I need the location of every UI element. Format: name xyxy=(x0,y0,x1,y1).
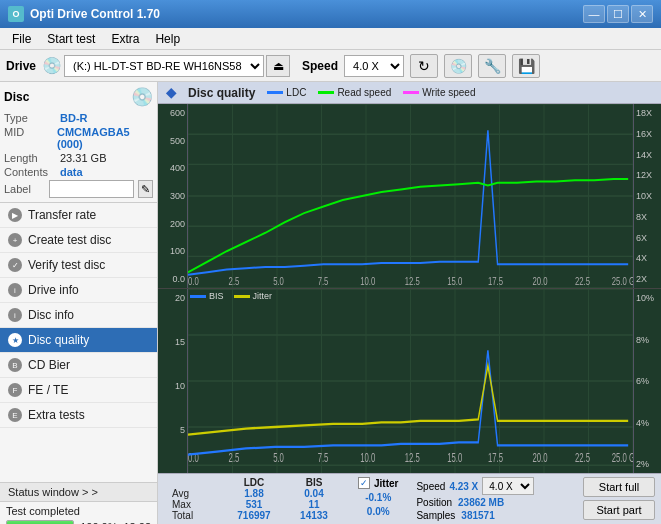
nav-label-fe-te: FE / TE xyxy=(28,383,68,397)
eject-button[interactable]: ⏏ xyxy=(266,55,290,77)
jitter-section: ✓ Jitter -0.1% 0.0% xyxy=(352,477,398,517)
window-controls: — ☐ ✕ xyxy=(583,5,653,23)
speed-row: Speed 4.23 X 4.0 X xyxy=(416,477,534,495)
legend-read-speed-label: Read speed xyxy=(337,87,391,98)
status-bar: Status window > > Test completed 100.0% … xyxy=(0,482,157,524)
nav-label-cd-bier: CD Bier xyxy=(28,358,70,372)
close-button[interactable]: ✕ xyxy=(631,5,653,23)
menu-start-test[interactable]: Start test xyxy=(39,30,103,48)
max-bis: 11 xyxy=(284,499,344,510)
start-full-button[interactable]: Start full xyxy=(583,477,655,497)
sidebar-item-cd-bier[interactable]: B CD Bier xyxy=(0,353,157,378)
settings-button[interactable]: 🔧 xyxy=(478,54,506,78)
sidebar-item-fe-te[interactable]: F FE / TE xyxy=(0,378,157,403)
position-label: Position xyxy=(416,497,452,508)
bis-legend-dot xyxy=(190,295,206,298)
svg-text:17.5: 17.5 xyxy=(488,452,503,465)
svg-text:12.5: 12.5 xyxy=(405,452,420,465)
nav-icon-verify-test-disc: ✓ xyxy=(8,258,22,272)
nav-label-extra-tests: Extra tests xyxy=(28,408,85,422)
sidebar-nav: ▶ Transfer rate + Create test disc ✓ Ver… xyxy=(0,203,157,482)
speed-label: Speed xyxy=(302,59,338,73)
svg-text:20.0: 20.0 xyxy=(532,276,547,287)
max-ldc: 531 xyxy=(224,499,284,510)
disc-quality-title: Disc quality xyxy=(188,86,255,100)
sidebar: Disc 💿 Type BD-R MID CMCMAGBA5 (000) Len… xyxy=(0,82,158,524)
legend-write-speed-label: Write speed xyxy=(422,87,475,98)
sidebar-item-transfer-rate[interactable]: ▶ Transfer rate xyxy=(0,203,157,228)
disc-type-value: BD-R xyxy=(60,112,88,124)
position-row: Position 23862 MB xyxy=(416,497,534,508)
jitter-checkbox[interactable]: ✓ xyxy=(358,477,370,489)
status-text: Test completed xyxy=(6,505,80,517)
svg-text:5.0: 5.0 xyxy=(273,452,284,465)
sidebar-item-disc-info[interactable]: i Disc info xyxy=(0,303,157,328)
jitter-legend-label: Jitter xyxy=(253,291,273,301)
disc-panel-icon: 💿 xyxy=(131,86,153,108)
svg-text:2.5: 2.5 xyxy=(229,276,240,287)
svg-text:10.0: 10.0 xyxy=(360,276,375,287)
sidebar-item-drive-info[interactable]: i Drive info xyxy=(0,278,157,303)
speed-label: Speed xyxy=(416,481,445,492)
disc-type-label: Type xyxy=(4,112,60,124)
svg-text:2.5: 2.5 xyxy=(229,452,240,465)
nav-icon-disc-quality: ★ xyxy=(8,333,22,347)
disc-label-button[interactable]: ✎ xyxy=(138,180,153,198)
svg-text:12.5: 12.5 xyxy=(405,276,420,287)
ldc-y-axis-right: 18X 16X 14X 12X 10X 8X 6X 4X 2X xyxy=(633,104,661,288)
bis-y-axis-left: 20 15 10 5 xyxy=(158,289,188,473)
bis-header: BIS xyxy=(284,477,344,488)
bis-legend-bis: BIS xyxy=(190,291,224,301)
action-buttons: Start full Start part xyxy=(583,477,655,520)
refresh-button[interactable]: ↻ xyxy=(410,54,438,78)
sidebar-item-extra-tests[interactable]: E Extra tests xyxy=(0,403,157,428)
status-window-button[interactable]: Status window > > xyxy=(0,483,157,502)
speed-select[interactable]: 4.0 X xyxy=(344,55,404,77)
disc-mid-value: CMCMAGBA5 (000) xyxy=(57,126,153,150)
legend-write-speed: Write speed xyxy=(403,87,475,98)
menu-extra[interactable]: Extra xyxy=(103,30,147,48)
total-ldc: 716997 xyxy=(224,510,284,521)
svg-text:22.5: 22.5 xyxy=(575,452,590,465)
save-button[interactable]: 💾 xyxy=(512,54,540,78)
max-jitter: 0.0% xyxy=(358,506,398,517)
sidebar-item-disc-quality[interactable]: ★ Disc quality xyxy=(0,328,157,353)
app-title: Opti Drive Control 1.70 xyxy=(30,7,160,21)
start-part-button[interactable]: Start part xyxy=(583,500,655,520)
disc-contents-value: data xyxy=(60,166,83,178)
status-window-label: Status window > > xyxy=(8,486,98,498)
disc-quality-icon: ◆ xyxy=(166,85,176,100)
sidebar-item-verify-test-disc[interactable]: ✓ Verify test disc xyxy=(0,253,157,278)
app-icon: O xyxy=(8,6,24,22)
disc-panel: Disc 💿 Type BD-R MID CMCMAGBA5 (000) Len… xyxy=(0,82,157,203)
speed-set-select[interactable]: 4.0 X xyxy=(482,477,534,495)
ldc-y-axis-left: 600 500 400 300 200 100 0.0 xyxy=(158,104,188,288)
svg-text:22.5: 22.5 xyxy=(575,276,590,287)
nav-label-create-test-disc: Create test disc xyxy=(28,233,111,247)
menu-help[interactable]: Help xyxy=(147,30,188,48)
bis-chart-svg: 0.0 2.5 5.0 7.5 10.0 12.5 15.0 17.5 20.0… xyxy=(188,289,633,473)
disc-label-label: Label xyxy=(4,183,45,195)
disc-length-value: 23.31 GB xyxy=(60,152,106,164)
drive-label: Drive xyxy=(6,59,36,73)
bis-legend-label: BIS xyxy=(209,291,224,301)
maximize-button[interactable]: ☐ xyxy=(607,5,629,23)
disc-length-label: Length xyxy=(4,152,60,164)
svg-text:5.0: 5.0 xyxy=(273,276,284,287)
menu-file[interactable]: File xyxy=(4,30,39,48)
disc-label-input[interactable] xyxy=(49,180,134,198)
svg-text:17.5: 17.5 xyxy=(488,276,503,287)
minimize-button[interactable]: — xyxy=(583,5,605,23)
legend-write-speed-dot xyxy=(403,91,419,94)
sidebar-item-create-test-disc[interactable]: + Create test disc xyxy=(0,228,157,253)
drive-select[interactable]: (K:) HL-DT-ST BD-RE WH16NS58 TST4 xyxy=(64,55,264,77)
nav-icon-create-test-disc: + xyxy=(8,233,22,247)
speed-value: 4.23 X xyxy=(449,481,478,492)
svg-text:25.0 GB: 25.0 GB xyxy=(612,452,633,465)
ldc-chart-svg: 0.0 2.5 5.0 7.5 10.0 12.5 15.0 17.5 20.0… xyxy=(188,104,633,288)
samples-row: Samples 381571 xyxy=(416,510,534,521)
drive-icon: 💿 xyxy=(42,56,62,75)
disc-button[interactable]: 💿 xyxy=(444,54,472,78)
bis-legend-container: BIS Jitter xyxy=(190,291,272,301)
svg-text:0.0: 0.0 xyxy=(188,276,199,287)
